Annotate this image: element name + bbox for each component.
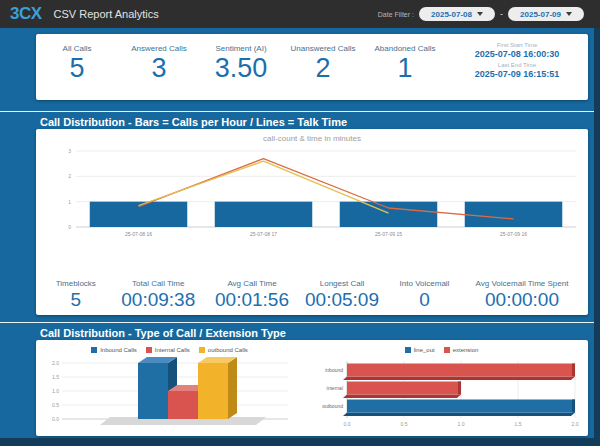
call-type-3d-chart-box: Inbound Calls Internal Calls outbound Ca…: [42, 343, 297, 436]
kpi-value: 5: [42, 290, 110, 309]
kpi-label: Timeblocks: [42, 279, 110, 288]
svg-text:3: 3: [68, 148, 71, 154]
kpi-label: Avg Call Time: [207, 279, 297, 288]
svg-text:internal: internal: [327, 385, 343, 391]
legend-swatch: [199, 347, 205, 353]
kpi-value: 00:09:38: [110, 290, 208, 309]
legend-swatch: [91, 347, 97, 353]
legend-label: Inbound Calls: [100, 347, 137, 353]
kpi-avg-voicemail-time: Avg Voicemail Time Spent 00:00:00: [462, 277, 582, 309]
date-from-dropdown[interactable]: 2025-07-08: [419, 7, 495, 21]
first-start-time-value: 2025-07-08 16:00:30: [446, 49, 588, 59]
date-range-separator: -: [500, 9, 503, 19]
kpi-longest-call: Longest Call 00:05:09: [297, 277, 387, 309]
calls-per-hour-chart: call-count & time in minutes012325-07-08…: [36, 129, 588, 257]
chevron-down-icon: [566, 12, 572, 16]
section-title: Call Distribution - Type of Call / Exten…: [0, 323, 594, 339]
stat-value: 3: [118, 55, 200, 82]
legend-swatch: [146, 347, 152, 353]
svg-text:0.5: 0.5: [52, 402, 59, 408]
legend-swatch: [405, 347, 411, 353]
svg-text:outbound: outbound: [322, 403, 343, 409]
date-to-dropdown[interactable]: 2025-07-09: [508, 7, 584, 21]
svg-text:0.0: 0.0: [344, 421, 351, 427]
kpi-row: Timeblocks 5 Total Call Time 00:09:38 Av…: [36, 277, 588, 309]
kpi-value: 00:05:09: [297, 290, 387, 309]
first-start-time-label: First Start Time: [446, 42, 588, 48]
legend-label: outbound Calls: [208, 347, 248, 353]
svg-text:25-07-08 16: 25-07-08 16: [125, 231, 152, 237]
stat-value: 5: [36, 55, 118, 82]
stat-all-calls: All Calls 5: [36, 34, 118, 100]
stat-sentiment: Sentiment (AI) 3.50: [200, 34, 282, 100]
svg-text:0: 0: [68, 224, 71, 230]
kpi-into-voicemail: Into Voicemail 0: [387, 277, 462, 309]
date-to-value: 2025-07-09: [520, 10, 561, 19]
type-charts-card: Inbound Calls Internal Calls outbound Ca…: [36, 340, 588, 436]
kpi-value: 00:00:00: [462, 290, 582, 309]
svg-text:0.5: 0.5: [401, 421, 408, 427]
svg-text:25-07-09 16: 25-07-09 16: [500, 231, 527, 237]
top-bar: 3CX CSV Report Analytics Date Filter : 2…: [0, 0, 600, 28]
extension-type-chart-box: line_out extension 0.00.51.01.52.0inboun…: [299, 343, 584, 436]
dashboard-content: All Calls 5 Answered Calls 3 Sentiment (…: [0, 28, 594, 438]
kpi-label: Avg Voicemail Time Spent: [462, 279, 582, 288]
legend-item-extension: extension: [444, 347, 479, 353]
section-title: Call Distribution - Bars = Calls per Hou…: [0, 112, 594, 128]
svg-text:1.5: 1.5: [515, 421, 522, 427]
section-header-type: Call Distribution - Type of Call / Exten…: [0, 322, 594, 339]
date-filter: Date Filter : 2025-07-08 - 2025-07-09: [378, 7, 584, 21]
stat-label: Sentiment (AI): [200, 44, 282, 53]
kpi-value: 00:01:56: [207, 290, 297, 309]
extension-type-legend: line_out extension: [299, 345, 584, 355]
kpi-label: Into Voicemail: [387, 279, 462, 288]
app-title: CSV Report Analytics: [54, 8, 159, 20]
stat-label: Abandoned Calls: [364, 44, 446, 53]
svg-text:2.0: 2.0: [52, 360, 59, 366]
kpi-value: 0: [387, 290, 462, 309]
date-filter-label: Date Filter :: [378, 11, 414, 18]
kpi-label: Longest Call: [297, 279, 387, 288]
stat-abandoned-calls: Abandoned Calls 1: [364, 34, 446, 100]
legend-item-internal: Internal Calls: [146, 347, 190, 353]
3cx-logo: 3CX: [10, 4, 42, 24]
kpi-timeblocks: Timeblocks 5: [42, 277, 110, 309]
stat-unanswered-calls: Unanswered Calls 2: [282, 34, 364, 100]
svg-text:1.0: 1.0: [458, 421, 465, 427]
kpi-label: Total Call Time: [110, 279, 208, 288]
stat-answered-calls: Answered Calls 3: [118, 34, 200, 100]
time-range-info: First Start Time 2025-07-08 16:00:30 Las…: [446, 34, 588, 100]
legend-item-inbound: Inbound Calls: [91, 347, 137, 353]
svg-text:call-count & time in minutes: call-count & time in minutes: [263, 134, 361, 143]
summary-stats-card: All Calls 5 Answered Calls 3 Sentiment (…: [36, 34, 588, 100]
legend-swatch: [444, 347, 450, 353]
legend-label: line_out: [414, 347, 435, 353]
svg-text:1.5: 1.5: [52, 374, 59, 380]
section-header-hourly: Call Distribution - Bars = Calls per Hou…: [0, 111, 594, 128]
kpi-total-call-time: Total Call Time 00:09:38: [110, 277, 208, 309]
stat-label: Answered Calls: [118, 44, 200, 53]
svg-text:2: 2: [68, 173, 71, 179]
stat-label: Unanswered Calls: [282, 44, 364, 53]
kpi-avg-call-time: Avg Call Time 00:01:56: [207, 277, 297, 309]
svg-text:1.0: 1.0: [52, 388, 59, 394]
extension-type-hbar-chart: 0.00.51.01.52.0inboundinternaloutbound: [299, 355, 584, 435]
svg-text:1: 1: [68, 199, 71, 205]
stat-value: 3.50: [200, 55, 282, 82]
call-type-3d-bar-chart: 2.01.51.00.50.0: [42, 355, 297, 435]
stat-label: All Calls: [36, 44, 118, 53]
stat-value: 2: [282, 55, 364, 82]
last-end-time-value: 2025-07-09 16:15:51: [446, 69, 588, 79]
stat-value: 1: [364, 55, 446, 82]
legend-label: extension: [453, 347, 479, 353]
call-type-legend: Inbound Calls Internal Calls outbound Ca…: [42, 345, 297, 355]
chevron-down-icon: [477, 12, 483, 16]
svg-text:2.0: 2.0: [572, 421, 579, 427]
legend-item-line-out: line_out: [405, 347, 435, 353]
hourly-chart-card: call-count & time in minutes012325-07-08…: [36, 129, 588, 315]
svg-text:0.0: 0.0: [52, 416, 59, 422]
svg-text:inbound: inbound: [325, 367, 343, 373]
legend-label: Internal Calls: [155, 347, 190, 353]
svg-text:25-07-09 15: 25-07-09 15: [375, 231, 402, 237]
date-from-value: 2025-07-08: [431, 10, 472, 19]
